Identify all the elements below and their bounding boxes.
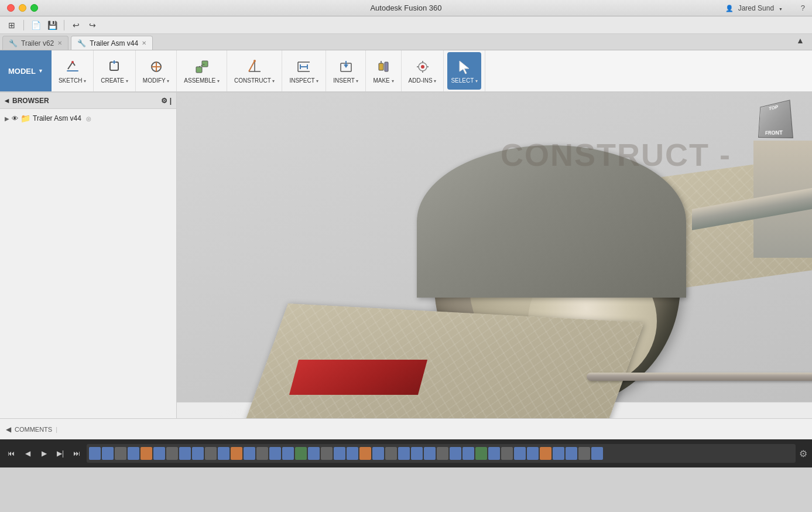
create-button[interactable]: CREATE ▾ [97,52,132,90]
minimize-window-button[interactable] [19,4,26,12]
sketch-button[interactable]: SKETCH ▾ [55,52,90,90]
tl-item-28[interactable] [437,447,448,460]
maximize-window-button[interactable] [30,4,38,12]
tl-item-1[interactable] [89,447,101,460]
tree-root-row[interactable]: ▶ 👁 📁 Trailer Asm v44 ◎ [0,111,176,125]
select-button[interactable]: SELECT ▾ [447,52,481,90]
deck-plate [232,303,644,418]
tl-item-5[interactable] [141,447,152,460]
tab-trailer-asm-close[interactable]: ✕ [142,40,146,46]
timeline-track[interactable] [87,444,796,463]
tab-trailer-v62[interactable]: 🔧 Trailer v62 ✕ [2,36,68,50]
viewport[interactable]: CONSTRUCT - TOP FRONT ◀ ▶ ⤢ � [177,93,812,418]
window-controls [7,4,38,12]
tl-item-27[interactable] [424,447,436,460]
timeline-last-button[interactable]: ⏭ [70,447,83,460]
tl-item-26[interactable] [411,447,423,460]
tl-item-30[interactable] [462,447,474,460]
tl-item-6[interactable] [153,447,165,460]
tl-item-17[interactable] [295,447,307,460]
browser-settings-icon[interactable]: ⚙ [161,97,167,105]
tl-item-10[interactable] [205,447,217,460]
tl-item-36[interactable] [540,447,551,460]
construct-icon [245,57,264,76]
tl-item-22[interactable] [359,447,371,460]
timeline-settings-button[interactable]: ⚙ [799,448,807,459]
inspect-button[interactable]: INSPECT ▾ [286,52,322,90]
browser-expand-icon[interactable]: | [170,97,172,105]
timeline-play-button[interactable]: ▶ [37,447,50,460]
grid-button[interactable]: ⊞ [5,18,19,32]
tl-item-33[interactable] [501,447,513,460]
model-button[interactable]: MODEL ▼ [0,50,52,91]
tl-item-21[interactable] [347,447,358,460]
timeline-next-button[interactable]: ▶| [54,447,67,460]
tl-item-9[interactable] [192,447,204,460]
insert-icon [337,57,355,76]
assemble-button[interactable]: ASSEMBLE ▾ [180,52,223,90]
make-button[interactable]: MAKE ▾ [369,52,397,90]
redo-icon: ↪ [89,21,96,30]
tl-item-37[interactable] [553,447,564,460]
tl-item-4[interactable] [128,447,139,460]
timeline-first-button[interactable]: ⏮ [5,447,18,460]
tl-item-31[interactable] [475,447,487,460]
model-chevron-icon: ▼ [38,68,43,74]
browser-header-icons: ⚙ | [161,97,172,105]
tl-item-35[interactable] [527,447,539,460]
comments-expand-button[interactable]: ◀ [6,425,11,434]
tab-trailer-asm-v44[interactable]: 🔧 Trailer Asm v44 ✕ [71,36,153,50]
tl-item-20[interactable] [334,447,345,460]
tl-item-14[interactable] [256,447,268,460]
tl-item-32[interactable] [488,447,500,460]
create-group: CREATE ▾ [94,50,136,91]
tl-item-24[interactable] [385,447,397,460]
tl-item-40[interactable] [591,447,603,460]
modify-group: MODIFY ▾ [136,50,177,91]
inspect-icon [294,57,313,76]
tl-item-11[interactable] [218,447,229,460]
tl-item-29[interactable] [450,447,461,460]
collapse-button[interactable]: ▲ [793,33,807,47]
title-bar: Autodesk Fusion 360 Jared Sund ? [0,0,812,16]
tl-item-39[interactable] [578,447,590,460]
save-button[interactable]: 💾 [45,18,59,32]
modify-button[interactable]: MODIFY ▾ [139,52,173,90]
tl-item-13[interactable] [244,447,255,460]
tree-root-label: Trailer Asm v44 [33,114,81,122]
tl-item-8[interactable] [179,447,191,460]
tl-item-16[interactable] [282,447,294,460]
tl-item-7[interactable] [166,447,178,460]
inspect-group: INSPECT ▾ [282,50,326,91]
svg-rect-10 [196,67,202,73]
tl-item-38[interactable] [566,447,577,460]
tab-trailer-v62-icon: 🔧 [9,39,18,47]
sidebar-expand-arrow[interactable]: ◀ [5,98,9,104]
tl-item-15[interactable] [269,447,281,460]
tl-item-12[interactable] [231,447,242,460]
close-window-button[interactable] [7,4,15,12]
top-toolbar: ⊞ 📄 💾 ↩ ↪ [0,16,812,34]
addins-icon [413,57,432,76]
new-icon: 📄 [31,21,41,30]
tl-item-34[interactable] [514,447,526,460]
timeline-prev-button[interactable]: ◀ [21,447,34,460]
construct-group: CONSTRUCT ▾ [227,50,282,91]
tl-item-3[interactable] [115,447,126,460]
tl-item-19[interactable] [321,447,333,460]
tab-trailer-v62-close[interactable]: ✕ [57,40,62,46]
help-button[interactable]: ? [801,4,805,12]
tl-item-18[interactable] [308,447,320,460]
insert-button[interactable]: INSERT ▾ [330,52,362,90]
new-button[interactable]: 📄 [29,18,43,32]
viewcube-cube[interactable]: TOP FRONT [758,100,793,138]
user-area: Jared Sund [725,4,783,12]
tl-item-23[interactable] [372,447,384,460]
tl-item-25[interactable] [398,447,410,460]
undo-button[interactable]: ↩ [69,18,83,32]
addins-button[interactable]: ADD-INS ▾ [405,52,440,90]
construct-button[interactable]: CONSTRUCT ▾ [231,52,278,90]
comments-separator: | [56,426,57,433]
tl-item-2[interactable] [102,447,114,460]
redo-button[interactable]: ↪ [85,18,100,32]
